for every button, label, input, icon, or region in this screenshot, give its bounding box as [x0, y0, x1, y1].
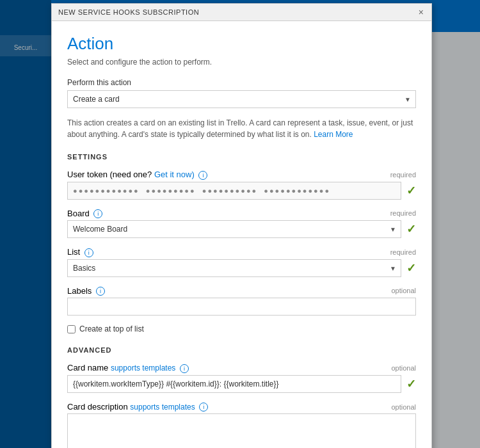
labels-optional-label: optional — [391, 287, 416, 294]
card-desc-info-icon[interactable]: i — [199, 403, 208, 412]
board-label-row: Board i required — [67, 209, 416, 219]
labels-group: Labels i optional — [67, 286, 416, 316]
modal-close-button[interactable]: × — [417, 8, 425, 17]
create-top-of-list-checkbox[interactable] — [67, 325, 76, 333]
card-name-input-row: ✓ — [67, 375, 416, 393]
card-name-label-row: Card name supports templates i optional — [67, 363, 416, 373]
action-select-wrapper: Create a card ▼ — [67, 90, 416, 108]
user-token-info-icon[interactable]: i — [198, 171, 207, 180]
list-group: List i required Basics ▼ ✓ — [67, 247, 416, 277]
labels-label: Labels i — [67, 286, 105, 296]
list-required-label: required — [390, 248, 416, 256]
list-label: List i — [67, 247, 93, 257]
user-token-check-icon: ✓ — [406, 184, 416, 198]
list-select-wrapper: Basics ▼ — [67, 259, 401, 277]
card-desc-label-row: Card description supports templates i op… — [67, 402, 416, 412]
page-subtitle: Select and configure the action to perfo… — [67, 58, 416, 67]
user-token-label-row: User token (need one? Get it now) i requ… — [67, 170, 416, 180]
card-name-label: Card name supports templates i — [67, 363, 189, 373]
create-top-of-list-label: Create at top of list — [79, 324, 144, 333]
advanced-heading: ADVANCED — [67, 346, 416, 354]
board-group: Board i required Welcome Board ▼ ✓ — [67, 209, 416, 239]
card-name-check-icon: ✓ — [406, 377, 416, 391]
action-group: Perform this action Create a card ▼ — [67, 78, 416, 108]
list-check-icon: ✓ — [406, 261, 416, 275]
user-token-required-label: required — [390, 171, 416, 179]
list-select[interactable]: Basics — [67, 259, 401, 277]
user-token-label: User token (need one? Get it now) i — [67, 170, 207, 180]
list-info-icon[interactable]: i — [84, 248, 93, 257]
user-token-input-row: ✓ — [67, 182, 416, 200]
service-hooks-modal: NEW SERVICE HOOKS SUBSCRIPTION × Action … — [51, 3, 432, 448]
settings-heading: SETTINGS — [67, 153, 416, 161]
learn-more-link[interactable]: Learn More — [314, 130, 353, 139]
page-title: Action — [67, 34, 416, 54]
action-label: Perform this action — [67, 78, 416, 87]
board-info-icon[interactable]: i — [93, 209, 102, 218]
board-select-row: Welcome Board ▼ ✓ — [67, 220, 416, 238]
board-required-label: required — [390, 209, 416, 217]
user-token-input[interactable] — [67, 182, 401, 200]
labels-label-row: Labels i optional — [67, 286, 416, 296]
card-name-optional-label: optional — [391, 364, 416, 372]
board-select-wrapper: Welcome Board ▼ — [67, 220, 401, 238]
card-name-group: Card name supports templates i optional … — [67, 363, 416, 393]
card-desc-label: Card description supports templates i — [67, 402, 208, 412]
user-token-group: User token (need one? Get it now) i requ… — [67, 170, 416, 200]
modal-titlebar: NEW SERVICE HOOKS SUBSCRIPTION × — [52, 4, 431, 21]
card-desc-supports-templates-link[interactable]: supports templates — [130, 403, 195, 412]
card-desc-optional-label: optional — [391, 403, 416, 411]
get-it-now-link[interactable]: Get it now) — [154, 170, 195, 179]
action-description: This action creates a card on an existin… — [67, 117, 416, 140]
list-label-row: List i required — [67, 247, 416, 257]
modal-body: Action Select and configure the action t… — [52, 21, 431, 448]
labels-input[interactable] — [67, 298, 416, 316]
card-desc-input[interactable] — [67, 413, 416, 448]
card-desc-group: Card description supports templates i op… — [67, 402, 416, 448]
create-top-of-list-row: Create at top of list — [67, 324, 416, 333]
card-name-supports-templates-link[interactable]: supports templates — [111, 364, 175, 372]
board-select[interactable]: Welcome Board — [67, 220, 401, 238]
card-name-input[interactable] — [67, 375, 401, 393]
card-name-info-icon[interactable]: i — [180, 364, 189, 373]
list-select-row: Basics ▼ ✓ — [67, 259, 416, 277]
board-label: Board i — [67, 209, 102, 219]
labels-info-icon[interactable]: i — [96, 287, 105, 296]
board-check-icon: ✓ — [406, 222, 416, 236]
action-select[interactable]: Create a card — [67, 90, 416, 108]
modal-title: NEW SERVICE HOOKS SUBSCRIPTION — [58, 8, 199, 16]
